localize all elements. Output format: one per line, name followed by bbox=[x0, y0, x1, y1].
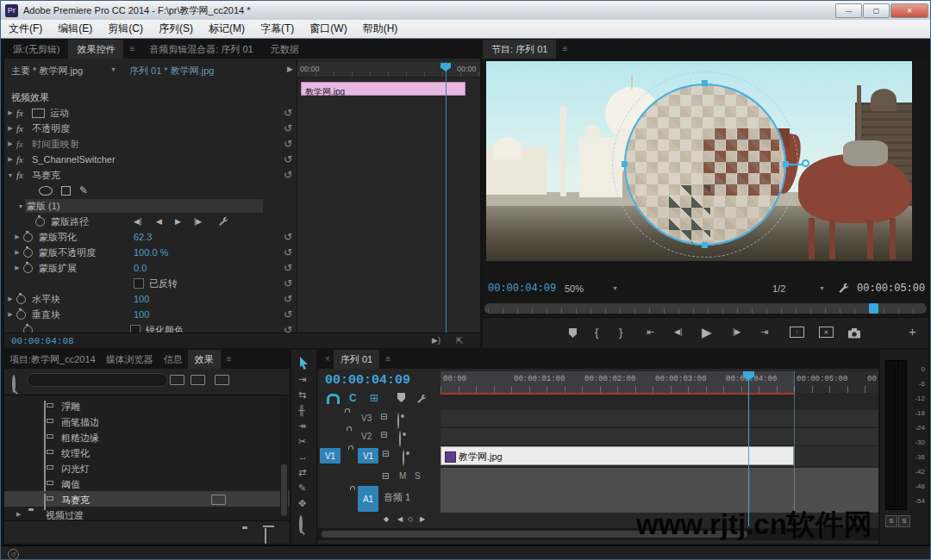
param-row-mask-feather[interactable]: ▶ 蒙版羽化 62.3 ↺ bbox=[4, 229, 297, 245]
accelerated-effects-filter-icon[interactable] bbox=[170, 375, 184, 385]
disclosure-icon[interactable]: ▼ bbox=[4, 172, 16, 178]
tab-metadata[interactable]: 元数据 bbox=[262, 40, 308, 59]
go-to-out-icon[interactable]: ⇥ bbox=[760, 327, 768, 338]
panel-menu-icon[interactable]: ≡ bbox=[221, 350, 238, 369]
snap-icon[interactable] bbox=[327, 394, 340, 404]
list-item[interactable]: 浮雕 bbox=[4, 398, 290, 414]
tab-audio-mixer[interactable]: 音频剪辑混合器: 序列 01 bbox=[141, 40, 261, 59]
disclosure-icon[interactable]: ▶ bbox=[16, 511, 21, 518]
reset-icon[interactable]: ↺ bbox=[284, 294, 292, 304]
rate-stretch-tool[interactable]: ↠ bbox=[298, 420, 306, 432]
effect-name[interactable]: 不透明度 bbox=[32, 122, 70, 135]
param-row-mask-path[interactable]: 蒙版路径 ◀| ◀ ▶ |▶ bbox=[4, 214, 297, 229]
rect-mask-icon[interactable] bbox=[61, 186, 71, 196]
param-row-mask-expansion[interactable]: ▶ 蒙版扩展 0.0 ↺ bbox=[4, 260, 297, 276]
reset-icon[interactable]: ↺ bbox=[284, 154, 292, 165]
track-lane-v2[interactable] bbox=[441, 428, 878, 445]
track-output-eye-icon[interactable] bbox=[399, 431, 401, 447]
menu-window[interactable]: 窗口(W) bbox=[302, 20, 354, 38]
effect-row-channelswitcher[interactable]: ▶ fx S_ChannelSwitcher ↺ bbox=[4, 152, 297, 167]
rolling-edit-tool[interactable]: ╫ bbox=[298, 405, 305, 415]
stopwatch-icon[interactable] bbox=[23, 233, 33, 242]
timeline-clip[interactable]: 教学网.jpg bbox=[441, 446, 794, 465]
master-dropdown-icon[interactable]: ▼ bbox=[110, 66, 116, 72]
panel-menu-icon[interactable]: ≡ bbox=[123, 40, 141, 59]
ellipse-mask-icon[interactable] bbox=[39, 186, 53, 196]
param-value[interactable]: 100 bbox=[134, 294, 149, 304]
mask-handle-bottom[interactable] bbox=[702, 242, 708, 248]
track-target-v1-chip[interactable]: V1 bbox=[358, 448, 378, 464]
timeline-playhead-line[interactable] bbox=[748, 371, 749, 526]
sync-lock-icon[interactable]: ⊟ bbox=[380, 412, 387, 421]
effect-name[interactable]: 时间重映射 bbox=[32, 138, 79, 151]
reset-icon[interactable]: ↺ bbox=[284, 247, 292, 258]
slip-tool[interactable]: ↔ bbox=[298, 451, 308, 462]
param-row-horizontal-blocks[interactable]: ▶ 水平块 100 ↺ bbox=[4, 291, 297, 307]
reset-icon[interactable]: ↺ bbox=[284, 232, 292, 242]
program-playhead[interactable] bbox=[869, 303, 878, 314]
step-back-icon[interactable]: ◀| bbox=[674, 327, 682, 336]
export-icon[interactable]: ⇱ bbox=[456, 336, 463, 345]
sync-status-icon[interactable]: ↺ bbox=[8, 549, 19, 560]
list-item[interactable]: 闪光灯 bbox=[4, 460, 290, 476]
tab-source-monitor[interactable]: 源:(无剪辑) bbox=[4, 40, 68, 59]
stopwatch-icon[interactable] bbox=[23, 264, 33, 273]
reset-icon[interactable]: ↺ bbox=[284, 309, 292, 320]
list-item[interactable]: 画笔描边 bbox=[4, 414, 290, 429]
ripple-edit-tool[interactable]: ⇆ bbox=[298, 389, 306, 401]
menu-title[interactable]: 字幕(T) bbox=[253, 20, 302, 38]
effect-row-opacity[interactable]: ▶ fx 不透明度 ↺ bbox=[4, 121, 297, 136]
list-item-selected[interactable]: 马赛克 bbox=[4, 491, 290, 507]
effect-row-motion[interactable]: ▶ fx 运动 ↺ bbox=[4, 105, 297, 121]
mask-handle-left[interactable] bbox=[622, 161, 628, 167]
extract-icon[interactable]: ✕ bbox=[819, 327, 834, 338]
effect-controls-timecode[interactable]: 00:00:04:08 bbox=[11, 336, 74, 346]
step-forward-icon[interactable]: |▶ bbox=[733, 327, 740, 336]
menu-edit[interactable]: 编辑(E) bbox=[50, 20, 100, 38]
go-to-in-icon[interactable]: ⇤ bbox=[647, 327, 654, 338]
inverted-checkbox[interactable] bbox=[134, 278, 144, 289]
list-item[interactable]: 纹理化 bbox=[4, 445, 290, 460]
disclosure-icon[interactable]: ▶ bbox=[4, 140, 16, 147]
close-button[interactable]: ✕ bbox=[890, 3, 928, 18]
stopwatch-icon[interactable] bbox=[16, 310, 26, 320]
mask-ellipse-outline[interactable] bbox=[624, 84, 786, 246]
effect-row-mosaic[interactable]: ▼ fx 马赛克 ↺ bbox=[4, 167, 297, 183]
scrollbar-thumb[interactable] bbox=[281, 464, 287, 516]
reset-icon[interactable]: ↺ bbox=[284, 108, 292, 118]
tab-program-monitor[interactable]: 节目: 序列 01 bbox=[483, 40, 556, 59]
menu-file[interactable]: 文件(F) bbox=[1, 20, 50, 38]
mask-track-back-icon[interactable]: ◀| bbox=[134, 217, 141, 226]
filter-yuv-icon[interactable] bbox=[215, 375, 229, 385]
timeline-display-settings-icon[interactable]: ⊞ bbox=[370, 392, 378, 404]
maximize-button[interactable]: ▢ bbox=[863, 3, 890, 18]
zoom-dropdown-icon[interactable]: ▼ bbox=[612, 285, 618, 291]
add-marker-icon[interactable] bbox=[569, 328, 577, 338]
lift-icon[interactable]: ↑ bbox=[790, 327, 804, 338]
list-item[interactable]: 阈值 bbox=[4, 476, 290, 491]
tab-sequence-01[interactable]: 序列 01 bbox=[334, 350, 379, 369]
track-select-forward-tool[interactable]: ⇥ bbox=[298, 374, 306, 385]
program-scrubber[interactable] bbox=[484, 303, 927, 314]
mini-timeline-clip[interactable]: 教学网.jpg bbox=[301, 82, 466, 96]
menu-sequence[interactable]: 序列(S) bbox=[151, 20, 201, 38]
search-input[interactable] bbox=[27, 373, 168, 387]
reset-icon[interactable]: ↺ bbox=[284, 263, 292, 273]
mask-wrench-icon[interactable] bbox=[218, 216, 228, 228]
keyframe-add-icon[interactable]: ◆ bbox=[384, 515, 389, 523]
razor-tool[interactable]: ✂ bbox=[298, 436, 306, 447]
minimize-button[interactable]: — bbox=[835, 3, 862, 18]
param-value[interactable]: 62.3 bbox=[134, 232, 152, 242]
disclosure-icon[interactable]: ▼ bbox=[15, 203, 27, 209]
program-current-timecode[interactable]: 00:00:04:09 bbox=[488, 283, 556, 295]
stopwatch-icon[interactable] bbox=[23, 248, 33, 258]
keyframe-diamond-icon[interactable]: ◇ bbox=[408, 515, 413, 523]
keyframe-prev-icon[interactable]: ◀ bbox=[397, 515, 403, 523]
track-target-a1-chip[interactable]: A1 bbox=[358, 486, 378, 512]
program-video-frame[interactable] bbox=[486, 61, 912, 261]
program-settings-wrench-icon[interactable] bbox=[838, 282, 849, 297]
param-value[interactable]: 100.0 % bbox=[134, 247, 168, 258]
track-v3-label[interactable]: V3 bbox=[361, 414, 372, 423]
tab-effect-controls[interactable]: 效果控件 bbox=[68, 40, 123, 59]
timeline-timecode[interactable]: 00:00:04:09 bbox=[325, 373, 410, 388]
